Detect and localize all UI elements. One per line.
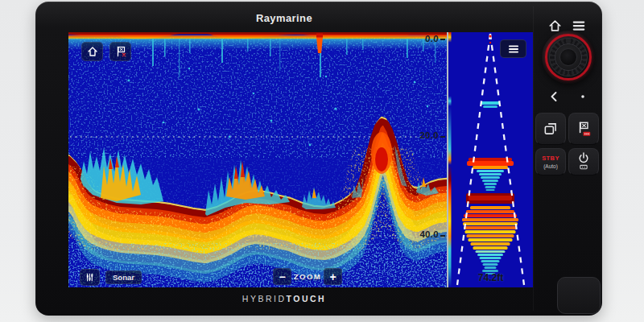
waypoint-button[interactable] [109, 42, 131, 61]
sliders-icon [84, 271, 96, 283]
menu-icon [508, 44, 519, 54]
touch-text: TOUCH [287, 294, 327, 303]
power-icon [576, 152, 591, 171]
dot-icon [579, 93, 587, 101]
hybrid-text: HYBRID [242, 294, 287, 303]
bezel-seam [533, 6, 534, 311]
adjust-button[interactable] [80, 269, 100, 286]
switch-pane-icon [543, 121, 559, 137]
depth-label-0: 0.0 [425, 34, 439, 43]
brand-logo: Raymarine [35, 12, 533, 24]
waypoint-mob-icon [576, 120, 592, 138]
zoom-in-button[interactable]: + [324, 268, 342, 285]
ascope-display [448, 32, 533, 287]
hybridtouch-label: HYBRIDTOUCH [35, 294, 533, 303]
hw-standby-button[interactable]: STBY (Auto) [535, 148, 566, 175]
depth-tick-20 [440, 136, 445, 138]
hw-power-button[interactable] [568, 148, 599, 175]
knob-center-button[interactable] [559, 48, 577, 66]
seabed-hump-core [371, 132, 392, 174]
home-icon [86, 45, 99, 58]
depth-readout: 74.2ft [448, 272, 533, 283]
menu-button[interactable] [500, 39, 526, 58]
depth-tick-40 [440, 235, 445, 237]
waypoint-flag-icon [114, 45, 127, 58]
rotary-knob[interactable] [542, 31, 595, 84]
card-reader-door[interactable] [557, 277, 601, 314]
live-ping-strip [448, 32, 452, 287]
zoom-label: ZOOM [293, 272, 322, 281]
home-icon [547, 19, 563, 33]
hw-back-button[interactable] [539, 83, 568, 110]
screen: Sonar − ZOOM + 0.0 20.0 40.0 [68, 32, 533, 287]
standby-label: STBY [542, 155, 559, 162]
product-photo: Raymarine [0, 0, 644, 322]
hw-waypoint-button[interactable] [568, 113, 599, 145]
home-button[interactable] [81, 42, 103, 61]
depth-label-40: 40.0 [419, 229, 439, 239]
sonar-pane[interactable]: Sonar − ZOOM + 0.0 20.0 40.0 [68, 32, 447, 287]
standby-sub-label: (Auto) [543, 163, 558, 169]
app-label-sonar[interactable]: Sonar [105, 270, 142, 284]
depth-label-20: 20.0 [419, 130, 439, 140]
depth-tick-0 [440, 39, 445, 40]
zoom-out-button[interactable]: − [273, 268, 291, 285]
sonar-echogram [68, 32, 447, 287]
hw-switch-pane-button[interactable] [535, 113, 566, 145]
hw-select-button[interactable] [568, 83, 597, 110]
back-chevron-icon [548, 90, 559, 103]
menu-icon [572, 19, 586, 32]
ascope-pane[interactable]: 74.2ft [448, 32, 533, 287]
mfd-device: Raymarine [35, 2, 602, 316]
